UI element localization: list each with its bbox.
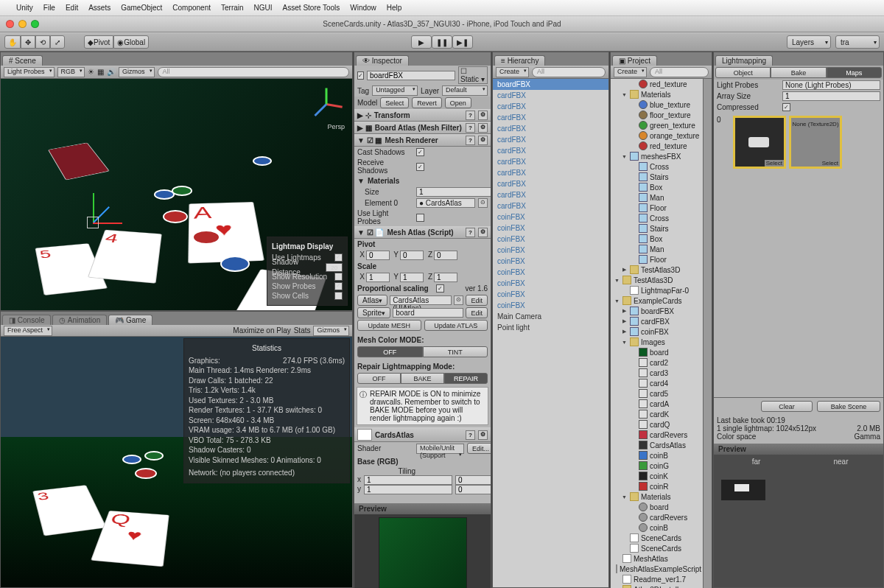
array-size-field[interactable] [782,91,880,101]
menu-unity[interactable]: Unity [16,4,33,12]
project-item[interactable]: ▶coinFBX [611,326,703,337]
project-item[interactable]: board [611,347,703,357]
sprite-edit-button[interactable]: Edit [466,307,488,318]
project-item[interactable]: board [611,502,703,512]
maximize-on-play-toggle[interactable]: Maximize on Play [233,326,290,335]
tag-dropdown[interactable]: Untagged [372,85,418,96]
scale-tool[interactable]: ⤢ [50,35,65,49]
project-item[interactable]: Man [611,192,703,203]
orientation-gizmo[interactable]: Persp [308,85,345,122]
project-item[interactable]: Box [611,234,703,244]
project-item[interactable]: cardK [611,409,703,419]
hierarchy-item[interactable]: boardFBX [493,79,608,90]
project-item[interactable]: coinG [611,461,703,471]
gear-icon[interactable]: ⚙ [478,111,488,120]
project-item[interactable]: SceneCards [611,533,703,543]
lmap-object-tab[interactable]: Object [715,67,771,78]
project-item[interactable]: cardRevers [611,430,703,440]
hierarchy-item[interactable]: Point light [493,322,608,333]
project-item[interactable]: ▼TestAtlas3D [611,275,703,285]
project-item[interactable]: Cross [611,161,703,172]
update-atlas-button[interactable]: Update ATLAS [424,320,488,331]
hierarchy-item[interactable]: coinFBX [493,267,608,278]
project-item[interactable]: floor_texture [611,110,703,120]
animation-tab[interactable]: ◷ Animation [52,315,107,325]
move-tool[interactable]: ✥ [21,35,35,49]
project-item[interactable]: ▶boardFBX [611,306,703,316]
project-item[interactable]: MeshAtlas [611,553,703,564]
minimize-button[interactable] [18,20,27,28]
layers-dropdown[interactable]: Layers [787,35,831,49]
hierarchy-item[interactable]: coinFBX [493,289,608,300]
materials-size-field[interactable] [416,187,491,197]
select-button[interactable]: Select [380,97,409,108]
show-resolution-checkbox[interactable] [334,273,343,281]
project-item[interactable]: blue_texture [611,99,703,110]
use-lightmaps-checkbox[interactable]: ✓ [334,253,343,262]
revert-button[interactable]: Revert [412,97,442,108]
project-item[interactable]: ▼ExampleCards [611,295,703,306]
lightmapping-tab[interactable]: Lightmapping [715,55,773,66]
menu-terrain[interactable]: Terrain [221,4,244,12]
project-item[interactable]: Stairs [611,172,703,182]
project-item[interactable]: coinK [611,471,703,481]
project-search[interactable]: All [650,67,709,77]
hierarchy-item[interactable]: coinFBX [493,256,608,267]
project-item[interactable]: red_texture [611,79,703,89]
project-item[interactable]: ▼meshesFBX [611,151,703,161]
close-button[interactable] [6,20,14,28]
project-item[interactable]: cardA [611,399,703,409]
inspector-tab[interactable]: 👁 Inspector [356,55,409,66]
hierarchy-create-dropdown[interactable]: Create [496,67,529,77]
compressed-checkbox[interactable]: ✓ [782,103,790,111]
project-item[interactable]: Stairs [611,223,703,234]
lightmap-near-thumb[interactable]: None (Texture2D) Select [789,116,842,169]
project-item[interactable]: cardQ [611,419,703,430]
gizmos-dropdown[interactable]: Gizmos [119,67,155,77]
hierarchy-item[interactable]: coinFBX [493,234,608,245]
hierarchy-item[interactable]: cardFBX [493,90,608,101]
project-scrollbar[interactable] [703,79,712,588]
hierarchy-item[interactable]: cardFBX [493,156,608,167]
menu-help[interactable]: Help [387,4,402,12]
hierarchy-search[interactable]: All [532,67,606,77]
project-item[interactable]: cardRevers [611,512,703,522]
active-checkbox[interactable]: ✓ [357,71,364,80]
project-item[interactable]: Cross [611,213,703,223]
render-mode-dropdown[interactable]: Light Probes [4,67,55,77]
repair-bake-button[interactable]: BAKE [401,373,444,384]
layer-dropdown[interactable]: Default [442,85,488,96]
color-tint-button[interactable]: TINT [423,346,488,357]
atlas-button[interactable]: Atlas ▾ [357,295,387,306]
project-item[interactable]: LightmapFar-0 [611,285,703,295]
hierarchy-item[interactable]: cardFBX [493,167,608,178]
use-light-probes-checkbox[interactable] [416,214,424,222]
project-item[interactable]: card4 [611,378,703,388]
inspector-preview-header[interactable]: Preview [354,503,491,514]
scene-search[interactable]: All [158,67,349,77]
project-create-dropdown[interactable]: Create [614,67,647,77]
menu-window[interactable]: Window [350,4,376,12]
step-button[interactable]: ▶❚ [452,35,473,49]
hierarchy-item[interactable]: cardFBX [493,189,608,200]
project-item[interactable]: Floor [611,254,703,265]
hierarchy-item[interactable]: cardFBX [493,200,608,211]
project-item[interactable]: orange_texture [611,130,703,141]
light-probes-field[interactable]: None (Light Probes) [782,80,880,90]
hand-tool[interactable]: ✋ [4,35,21,49]
light-icon[interactable]: ☀ [88,68,94,76]
project-item[interactable]: Box [611,182,703,192]
shadow-distance-field[interactable]: 20 [326,263,343,272]
update-mesh-button[interactable]: Update MESH [357,320,421,331]
clear-button[interactable]: Clear [761,401,813,412]
audio-icon[interactable]: 🔊 [107,68,116,76]
project-item[interactable]: Readme_ver1.7 [611,574,703,584]
hierarchy-item[interactable]: coinFBX [493,300,608,311]
repair-repair-button[interactable]: REPAIR [444,373,488,384]
hierarchy-item[interactable]: cardFBX [493,145,608,156]
rotate-tool[interactable]: ⟲ [35,35,50,49]
hierarchy-item[interactable]: cardFBX [493,101,608,112]
scene-viewport[interactable]: 5 4 A♥ [1,79,352,310]
hierarchy-tab[interactable]: ≡ Hierarchy [494,55,545,66]
project-item[interactable]: ▶TestAtlas3D [611,265,703,275]
